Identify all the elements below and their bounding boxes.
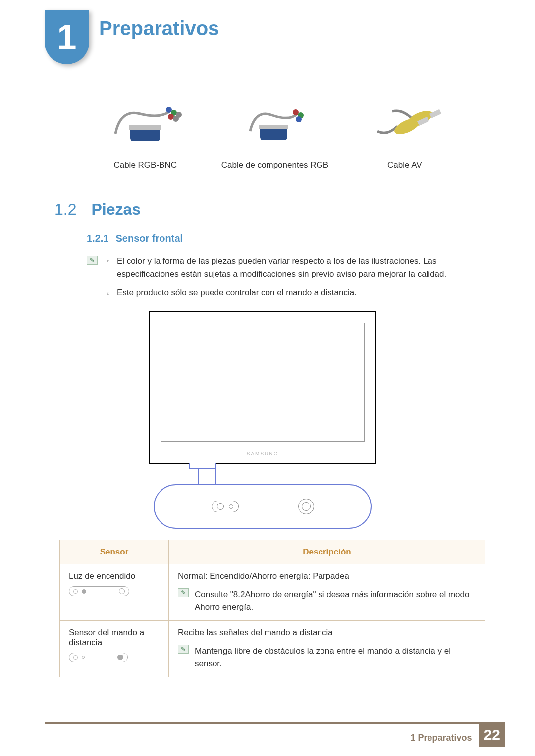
subsection-number: 1.2.1 xyxy=(87,233,108,244)
svg-rect-1 xyxy=(129,125,161,130)
sensor-desc: Recibe las señales del mando a distancia xyxy=(178,628,476,638)
footer-chapter-ref: 1 Preparativos xyxy=(411,729,472,743)
cable-caption: Cable de componentes RGB xyxy=(214,160,336,170)
sensor-group-right xyxy=(298,499,314,514)
note-icon: ✎ xyxy=(178,588,189,597)
cable-item: Cable RGB-BNC xyxy=(84,94,206,170)
chapter-title: Preparativos xyxy=(99,17,219,40)
cable-item: Cable AV xyxy=(344,94,466,170)
note-icon: ✎ xyxy=(87,256,98,265)
note-text: Este producto sólo se puede controlar co… xyxy=(117,286,357,299)
svg-point-11 xyxy=(296,116,302,122)
cable-component-rgb-image xyxy=(214,94,336,153)
svg-rect-8 xyxy=(259,125,288,129)
note-block: ✎ z El color y la forma de las piezas pu… xyxy=(87,255,476,305)
table-header-sensor: Sensor xyxy=(60,540,169,564)
svg-rect-15 xyxy=(429,109,441,118)
sensor-note: Consulte "8.2Ahorro de energía" si desea… xyxy=(195,588,476,613)
note-item: z El color y la forma de las piezas pued… xyxy=(107,255,476,280)
cable-row: Cable RGB-BNC Cable de componentes RGB xyxy=(84,94,466,170)
table-row: Luz de encendido Normal: Encendido/Ahorr… xyxy=(60,564,485,621)
cable-av-image xyxy=(344,94,466,153)
section-number: 1.2 xyxy=(54,201,76,219)
sensor-name: Sensor del mando a distancia xyxy=(69,628,160,648)
note-icon: ✎ xyxy=(178,645,189,654)
chapter-badge: 1 xyxy=(45,10,89,64)
section-title: Piezas xyxy=(91,201,141,219)
sensor-desc: Normal: Encendido/Ahorro energía: Parpad… xyxy=(178,571,476,581)
footer-page-number: 22 xyxy=(479,724,505,747)
sensor-callout xyxy=(154,484,372,529)
sensor-name: Luz de encendido xyxy=(69,571,160,581)
svg-point-6 xyxy=(176,112,182,118)
subsection-title: Sensor frontal xyxy=(115,233,183,244)
note-text: El color y la forma de las piezas pueden… xyxy=(117,255,476,280)
svg-point-9 xyxy=(293,109,299,115)
cable-rgb-bnc-image xyxy=(84,94,206,153)
note-item: z Este producto sólo se puede controlar … xyxy=(107,286,476,299)
sensor-group-left xyxy=(212,501,239,512)
sensor-note: Mantenga libre de obstáculos la zona ent… xyxy=(195,645,476,670)
table-row: Sensor del mando a distancia Recibe las … xyxy=(60,621,485,677)
bullet-icon: z xyxy=(107,289,109,299)
monitor-brand: SAMSUNG xyxy=(150,451,375,456)
svg-point-2 xyxy=(166,107,172,113)
page-footer: 1 Preparativos 22 xyxy=(45,722,505,747)
subsection-heading: 1.2.1 Sensor frontal xyxy=(87,233,183,244)
cable-item: Cable de componentes RGB xyxy=(214,94,336,170)
monitor-diagram: SAMSUNG xyxy=(149,311,376,529)
cable-caption: Cable AV xyxy=(344,160,466,170)
cable-caption: Cable RGB-BNC xyxy=(84,160,206,170)
table-header-description: Descripción xyxy=(169,540,485,564)
sensor-power-led-icon xyxy=(69,586,129,596)
sensor-table: Sensor Descripción Luz de encendido Norm… xyxy=(59,540,485,677)
bullet-icon: z xyxy=(107,258,109,280)
sensor-ir-icon xyxy=(69,653,128,662)
chapter-number: 1 xyxy=(57,17,77,57)
section-heading: 1.2 Piezas xyxy=(54,201,141,219)
